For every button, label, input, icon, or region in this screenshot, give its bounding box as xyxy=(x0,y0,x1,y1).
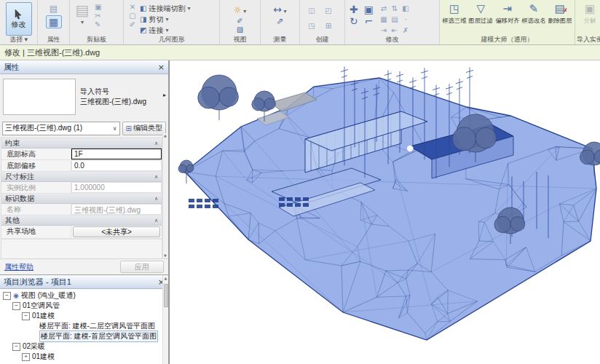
base-level-input[interactable]: 1F xyxy=(71,149,162,159)
project-browser-header[interactable]: 项目浏览器 - 项目1 × xyxy=(0,275,168,289)
tree-expander-icon[interactable]: − xyxy=(22,312,30,320)
linework-icon[interactable]: ✐ xyxy=(237,17,242,25)
trim-icon[interactable]: ⌐ xyxy=(364,16,373,27)
dropdown-icon: ▾ xyxy=(187,5,190,12)
copy-icon[interactable]: ▣ xyxy=(95,3,101,11)
框选三维-icon: ◳ xyxy=(449,3,459,16)
tree-item[interactable]: −01空调风管 xyxy=(0,301,168,311)
dropdown-icon: ▾ xyxy=(165,16,168,23)
measure-button[interactable]: ↔ ▾ xyxy=(273,3,286,16)
close-icon[interactable]: × xyxy=(158,63,165,72)
offset-icon[interactable]: ⇅ xyxy=(390,3,400,13)
section-other[interactable]: 其他 ∧ xyxy=(1,215,162,226)
unpin-icon[interactable]: ⇤ xyxy=(390,25,400,35)
type-selector-value: 三维视图-(三维).dwg (1) xyxy=(5,123,82,133)
apply-button[interactable]: 应用 xyxy=(120,261,164,273)
panel-label-view: 视图 xyxy=(220,36,260,44)
array-icon[interactable]: ▦ xyxy=(379,14,389,24)
browser-scrollbar[interactable]: ▲ xyxy=(162,275,168,364)
collapse-icon[interactable]: ∧ xyxy=(154,141,158,146)
cope-icon[interactable]: ✕ xyxy=(130,3,135,11)
panel-label-modify: 修改 xyxy=(345,36,439,44)
move-icon[interactable]: ✚ xyxy=(350,4,358,15)
tree-expander-icon[interactable]: − xyxy=(12,302,20,310)
name-value: 三维视图-(三维).dwg xyxy=(71,204,162,215)
collapse-icon[interactable]: ∧ xyxy=(154,218,158,223)
tree-item[interactable]: −02采暖 xyxy=(0,341,168,352)
panel-label-select[interactable]: 选择 ▾ xyxy=(0,36,37,44)
create-similar-icon[interactable]: ◰ xyxy=(320,3,336,17)
plugin-button-分解[interactable]: ▣分解 xyxy=(577,1,600,25)
rotate-icon[interactable]: ↻ xyxy=(350,16,358,27)
pin-icon[interactable]: · xyxy=(400,14,411,24)
align-icon[interactable]: ⇄ xyxy=(379,3,389,13)
tree-item[interactable]: −◉视图 (鸿业_暖通) xyxy=(0,290,168,301)
collapse-icon[interactable]: ∧ xyxy=(154,196,158,202)
modify-tool-button[interactable]: 修改 xyxy=(6,2,32,36)
properties-help-link[interactable]: 属性帮助 xyxy=(4,262,33,272)
plugin-button-框选三维[interactable]: ◳框选三维 xyxy=(441,1,467,25)
scroll-up-icon[interactable]: ▲ xyxy=(163,276,168,280)
preview-name: 三维视图-(三维).dwg xyxy=(80,97,146,107)
tree-item[interactable]: +01建模 xyxy=(0,352,168,362)
collapse-icon[interactable]: ∧ xyxy=(154,174,158,180)
project-browser: 项目浏览器 - 项目1 × −◉视图 (鸿业_暖通)−01空调风管−01建模楼层… xyxy=(0,274,169,364)
panel-geometry: ✕ ▢ ✐ ◧ 连接端切割 ▾ ◨ 剪切 ▾ ◩ 连接 ▾ 几何图形 xyxy=(124,0,220,44)
section-identity-data[interactable]: 标识数据 ∧ xyxy=(1,194,162,204)
copy-element-icon[interactable]: ▣ xyxy=(364,4,374,15)
delete-icon[interactable]: ✗ xyxy=(400,25,411,35)
match-type-icon[interactable]: ✎ xyxy=(95,20,101,28)
create-assembly-icon[interactable]: ◳ xyxy=(304,18,320,33)
tree-expander-icon[interactable]: − xyxy=(12,343,20,351)
create-parts-icon[interactable]: ⊞ xyxy=(320,18,336,33)
properties-header[interactable]: 属性 × xyxy=(0,60,168,74)
scroll-thumb[interactable] xyxy=(164,284,168,307)
图层过滤-icon: ▽ xyxy=(477,3,486,16)
create-group-icon[interactable]: ◫ xyxy=(304,3,320,17)
shared-site-button[interactable]: <未共享> xyxy=(73,226,160,237)
plugin-button-偏移对齐[interactable]: ⇥偏移对齐 xyxy=(494,1,520,25)
panel-import-instance: ▣分解 导入实例 xyxy=(575,0,600,44)
modify-button-label: 修改 xyxy=(12,20,26,30)
scale-icon[interactable]: ▤ xyxy=(390,14,400,24)
aligned-dimension-icon[interactable]: ⇗ xyxy=(276,17,283,26)
cut-icon[interactable]: ✂ xyxy=(95,12,101,20)
paint-icon[interactable]: ✐ xyxy=(130,20,135,28)
tree-expander-icon[interactable]: − xyxy=(3,292,11,300)
panel-create: ◫ ◰ ◳ ⊞ 创建 xyxy=(300,0,345,44)
split-icon[interactable]: ⇥ xyxy=(379,25,389,35)
project-browser-title: 项目浏览器 - 项目1 xyxy=(4,277,71,288)
edit-type-button[interactable]: ⊞ 编辑类型 xyxy=(122,122,166,135)
visibility-button[interactable]: ☼ ▾ xyxy=(234,3,246,16)
join-end-cut-button[interactable]: ◧ 连接端切割 ▾ xyxy=(140,3,190,14)
cut-geometry-button[interactable]: ◨ 剪切 ▾ xyxy=(140,14,190,25)
join-geometry-button[interactable]: ◩ 连接 ▾ xyxy=(140,25,190,36)
cut-profile-icon[interactable]: ▢ xyxy=(129,12,135,20)
tree-item[interactable]: 楼层平面: 建模-首层空调风管平面图 xyxy=(0,331,168,341)
panel-plugin: ◳框选三维▽图层过滤⇥偏移对齐✎框选改名▤✗删除图层 建模大师（通用） xyxy=(440,0,575,44)
caret-icon[interactable]: ▸ xyxy=(163,92,166,98)
mirror-icon[interactable]: ◧ xyxy=(400,3,411,13)
tree-expander-icon[interactable]: + xyxy=(22,353,30,361)
type-properties-icon[interactable]: ▤ xyxy=(47,3,61,15)
tree-item[interactable]: 楼层平面: 建模-二层空调风管平面图 xyxy=(0,321,168,331)
properties-scrollbar[interactable]: ▲▼ xyxy=(162,133,167,258)
plugin-button-框选改名[interactable]: ✎框选改名 xyxy=(521,1,547,25)
plugin-button-图层过滤[interactable]: ▽图层过滤 xyxy=(467,1,494,25)
plugin-button-删除图层[interactable]: ▤✗删除图层 xyxy=(547,1,573,25)
tree-item-label: 楼层平面: 建模-二层空调风管平面图 xyxy=(39,321,155,331)
section-constraints[interactable]: 约束 ∧ xyxy=(1,138,162,149)
properties-palette-icon[interactable]: ▦ xyxy=(46,15,62,28)
paste-icon[interactable]: ▤ xyxy=(76,3,90,18)
displace-icon[interactable]: ▨ xyxy=(237,25,243,33)
3d-model-wireframe[interactable] xyxy=(170,60,600,364)
drawing-area[interactable] xyxy=(169,60,600,364)
section-dimensions[interactable]: 尺寸标注 ∧ xyxy=(1,172,162,182)
base-level-label: 底部标高 xyxy=(1,149,71,159)
join-geometry-label: 连接 xyxy=(149,25,163,36)
views-icon: ◉ xyxy=(13,292,19,299)
base-offset-input[interactable]: 0.0 xyxy=(71,160,162,171)
paste-dropdown-icon[interactable]: ▾ xyxy=(81,19,84,25)
type-selector-dropdown[interactable]: 三维视图-(三维).dwg (1) ∨ xyxy=(2,122,120,135)
tree-item[interactable]: −01建模 xyxy=(0,311,168,321)
